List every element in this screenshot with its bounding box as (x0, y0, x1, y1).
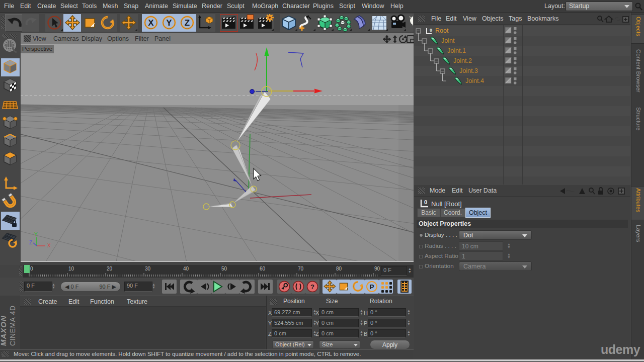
svg-text:X: X (47, 243, 51, 248)
svg-text:90: 90 (374, 266, 380, 272)
svg-text:60: 60 (260, 266, 266, 272)
svg-text:20: 20 (107, 266, 113, 272)
svg-text:40: 40 (183, 266, 189, 272)
svg-text:X: X (148, 18, 154, 28)
svg-text:P: P (370, 283, 374, 291)
svg-text:Z: Z (185, 18, 190, 28)
svg-text:0: 0 (30, 266, 33, 272)
svg-text:80: 80 (336, 266, 342, 272)
svg-text:70: 70 (298, 266, 304, 272)
svg-text:30: 30 (145, 266, 151, 272)
svg-text:Y: Y (166, 18, 172, 28)
svg-text:10: 10 (68, 266, 74, 272)
svg-text:Z: Z (29, 240, 32, 245)
svg-text:Y: Y (34, 232, 38, 237)
svg-text:50: 50 (221, 266, 227, 272)
svg-text:0: 0 (424, 199, 427, 205)
svg-text:?: ? (310, 283, 314, 291)
